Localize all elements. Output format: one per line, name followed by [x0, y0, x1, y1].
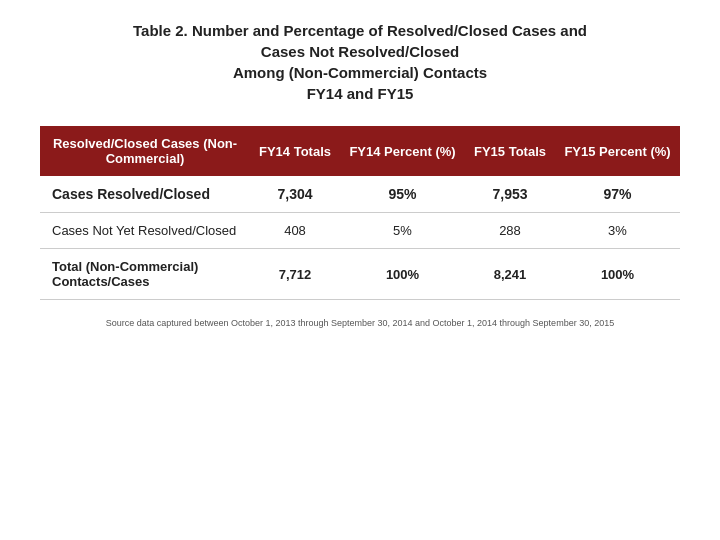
- col-header-fy15-percent: FY15 Percent (%): [555, 126, 680, 176]
- row-value: 97%: [555, 176, 680, 213]
- table-row: Cases Not Yet Resolved/Closed4085%2883%: [40, 213, 680, 249]
- row-value: 8,241: [465, 249, 555, 300]
- row-value: 3%: [555, 213, 680, 249]
- table-row: Cases Resolved/Closed7,30495%7,95397%: [40, 176, 680, 213]
- row-value: 7,304: [250, 176, 340, 213]
- col-header-fy15-totals: FY15 Totals: [465, 126, 555, 176]
- row-label: Total (Non-Commercial) Contacts/Cases: [40, 249, 250, 300]
- row-value: 288: [465, 213, 555, 249]
- col-header-fy14-percent: FY14 Percent (%): [340, 126, 465, 176]
- row-value: 100%: [340, 249, 465, 300]
- row-value: 7,953: [465, 176, 555, 213]
- page-title: Table 2. Number and Percentage of Resolv…: [133, 20, 587, 104]
- col-header-category: Resolved/Closed Cases (Non-Commercial): [40, 126, 250, 176]
- source-note: Source data captured between October 1, …: [106, 318, 614, 328]
- table-header-row: Resolved/Closed Cases (Non-Commercial) F…: [40, 126, 680, 176]
- data-table: Resolved/Closed Cases (Non-Commercial) F…: [40, 126, 680, 300]
- row-value: 95%: [340, 176, 465, 213]
- row-label: Cases Not Yet Resolved/Closed: [40, 213, 250, 249]
- col-header-fy14-totals: FY14 Totals: [250, 126, 340, 176]
- row-label: Cases Resolved/Closed: [40, 176, 250, 213]
- row-value: 5%: [340, 213, 465, 249]
- row-value: 408: [250, 213, 340, 249]
- table-row: Total (Non-Commercial) Contacts/Cases7,7…: [40, 249, 680, 300]
- row-value: 100%: [555, 249, 680, 300]
- row-value: 7,712: [250, 249, 340, 300]
